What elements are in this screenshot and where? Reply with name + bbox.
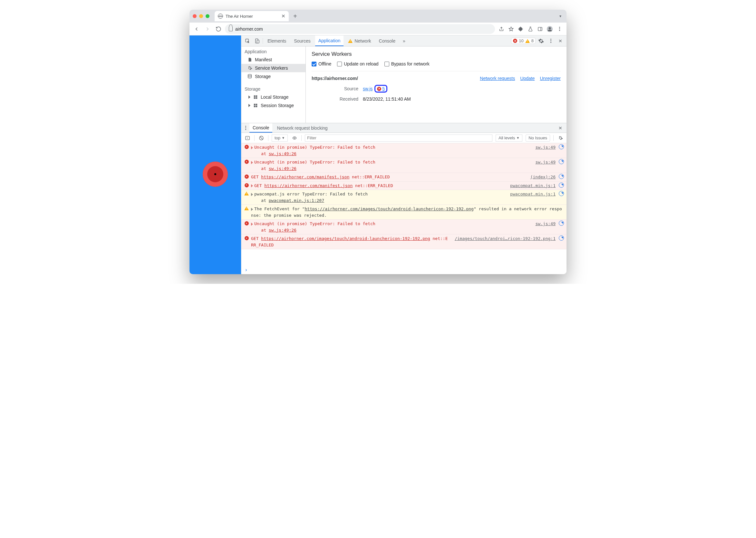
network-requests-link[interactable]: Network requests (480, 76, 515, 81)
expand-icon (249, 95, 250, 99)
issues-button[interactable]: No Issues (526, 134, 550, 141)
bypass-network-checkbox[interactable]: Bypass for network (384, 61, 430, 67)
reload-icon[interactable] (559, 236, 564, 241)
tab-application[interactable]: Application (315, 35, 344, 46)
source-link[interactable]: /images/touch/androi…ricon-192-192.png:1 (455, 236, 555, 242)
sidebar-item-service-workers[interactable]: Service Workers (241, 64, 306, 72)
levels-select[interactable]: All levels▼ (496, 134, 522, 141)
console-message: Uncaught (in promise) TypeError: Failed … (251, 159, 531, 172)
unregister-link[interactable]: Unregister (540, 76, 561, 81)
console-settings-icon[interactable] (557, 134, 564, 141)
svg-point-3 (549, 27, 551, 29)
minimize-window-button[interactable] (199, 14, 203, 18)
bookmark-icon[interactable] (506, 25, 516, 33)
devtools-panel: Elements Sources Application Network Con… (241, 35, 567, 274)
tab-elements[interactable]: Elements (264, 35, 289, 46)
close-window-button[interactable] (193, 14, 197, 18)
device-toggle-icon[interactable] (253, 37, 261, 45)
sidebar-item-session-storage[interactable]: Session Storage (241, 101, 306, 110)
live-expression-icon[interactable] (291, 134, 298, 141)
console-message: The FetchEvent for "https://airhorner.co… (251, 206, 564, 218)
console-prompt[interactable]: › (241, 265, 567, 274)
svg-point-19 (294, 137, 295, 139)
drawer-menu-icon[interactable] (243, 126, 248, 130)
inspect-icon[interactable] (243, 37, 252, 45)
source-link[interactable]: sw.js:49 (535, 144, 555, 151)
reload-icon[interactable] (559, 144, 564, 149)
svg-rect-15 (256, 106, 258, 107)
source-link[interactable]: (index):26 (530, 174, 555, 180)
reload-icon[interactable] (559, 183, 564, 188)
link[interactable]: sw.js:49:26 (269, 151, 297, 156)
close-drawer-icon[interactable]: ✕ (556, 124, 565, 132)
svg-rect-11 (256, 97, 258, 99)
update-on-reload-checkbox[interactable]: Update on reload (337, 61, 378, 67)
link[interactable]: https://airhorner.com/manifest.json (264, 183, 353, 188)
source-link[interactable]: sw.js:49 (535, 159, 555, 165)
filter-input[interactable] (305, 134, 493, 141)
svg-rect-6 (257, 40, 259, 43)
close-devtools-icon[interactable]: ✕ (556, 37, 565, 45)
back-button[interactable] (192, 25, 201, 33)
tab-console[interactable]: Console (376, 35, 399, 46)
reload-icon[interactable] (559, 191, 564, 196)
tab-sources[interactable]: Sources (291, 35, 313, 46)
forward-button[interactable] (203, 25, 212, 33)
share-icon[interactable] (497, 25, 506, 33)
gear-icon[interactable] (537, 37, 545, 45)
link[interactable]: https://airhorner.com/images/touch/andro… (261, 236, 430, 241)
sidebar-toggle-icon[interactable] (244, 134, 251, 141)
sidebar-item-local-storage[interactable]: Local Storage (241, 93, 306, 101)
context-select[interactable]: top▼ (272, 134, 288, 141)
drawer-tab-blocking[interactable]: Network request blocking (274, 123, 331, 133)
link[interactable]: sw.js:49:26 (269, 166, 297, 171)
update-link[interactable]: Update (520, 76, 535, 81)
more-tabs-icon[interactable]: » (400, 37, 408, 45)
address-bar[interactable]: airhorner.com (225, 24, 495, 34)
reload-icon[interactable] (559, 174, 564, 179)
error-count-highlight[interactable]: ✕ 5 (374, 85, 387, 92)
link[interactable]: pwacompat.min.js:1:207 (269, 198, 324, 203)
reload-button[interactable] (214, 25, 223, 33)
maximize-window-button[interactable] (206, 14, 210, 18)
new-tab-button[interactable]: + (291, 13, 300, 20)
menu-icon[interactable] (555, 25, 564, 33)
drawer-tab-console[interactable]: Console (250, 123, 272, 133)
source-link[interactable]: sw.js:49 (535, 221, 555, 227)
console-row: ✕GET https://airhorner.com/images/touch/… (241, 235, 567, 249)
warning-icon (244, 191, 249, 195)
offline-checkbox[interactable]: Offline (311, 61, 331, 67)
sidebar-item-manifest[interactable]: Manifest (241, 55, 306, 64)
profile-icon[interactable] (545, 25, 554, 33)
window-controls (193, 14, 210, 18)
source-link[interactable]: pwacompat.min.js:1 (510, 191, 555, 197)
link[interactable]: https://airhorner.com/manifest.json (261, 175, 349, 179)
source-link[interactable]: pwacompat.min.js:1 (510, 183, 555, 189)
link[interactable]: sw.js:49:26 (269, 228, 297, 233)
issues-counter[interactable]: ✕ 10 8 (511, 38, 536, 44)
air-horn-button[interactable] (203, 162, 228, 187)
source-link[interactable]: sw.js (363, 86, 372, 91)
extensions-icon[interactable] (516, 25, 525, 33)
source-label: Source (311, 86, 358, 91)
console-toolbar: top▼ All levels▼ No Issues (241, 133, 567, 143)
sidebar-section-application: Application (241, 46, 306, 55)
svg-rect-8 (254, 95, 256, 97)
labs-icon[interactable] (526, 25, 535, 33)
sidepanel-icon[interactable] (536, 25, 544, 33)
tabs-dropdown-icon[interactable]: ▾ (557, 14, 563, 18)
reload-icon[interactable] (559, 221, 564, 226)
console-row: The FetchEvent for "https://airhorner.co… (241, 205, 567, 220)
close-tab-button[interactable]: ✕ (281, 13, 286, 19)
browser-tab[interactable]: The Air Horner ✕ (214, 11, 289, 21)
sidebar-item-storage[interactable]: Storage (241, 72, 306, 81)
link[interactable]: https://airhorner.com/images/touch/andro… (305, 206, 474, 211)
reload-icon[interactable] (559, 159, 564, 164)
checkbox-icon (337, 62, 342, 67)
tab-network[interactable]: Network (345, 35, 374, 46)
error-count-link[interactable]: 5 (382, 86, 385, 91)
devtools-menu-icon[interactable] (546, 37, 555, 45)
clear-console-icon[interactable] (258, 134, 265, 141)
window-titlebar: The Air Horner ✕ + ▾ (189, 10, 567, 23)
sidebar-section-storage: Storage (241, 84, 306, 93)
